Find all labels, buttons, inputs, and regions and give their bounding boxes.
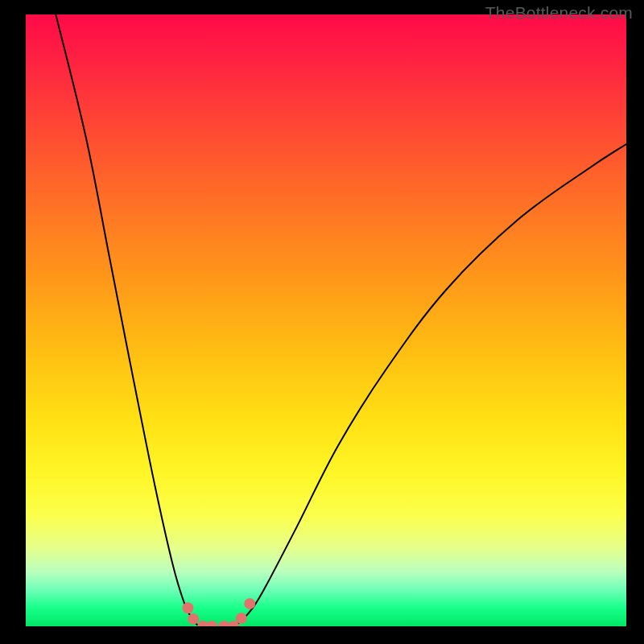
watermark-text: TheBottleneck.com — [485, 3, 633, 23]
chart-frame: TheBottleneck.com — [0, 0, 644, 644]
plot-area — [26, 14, 626, 626]
